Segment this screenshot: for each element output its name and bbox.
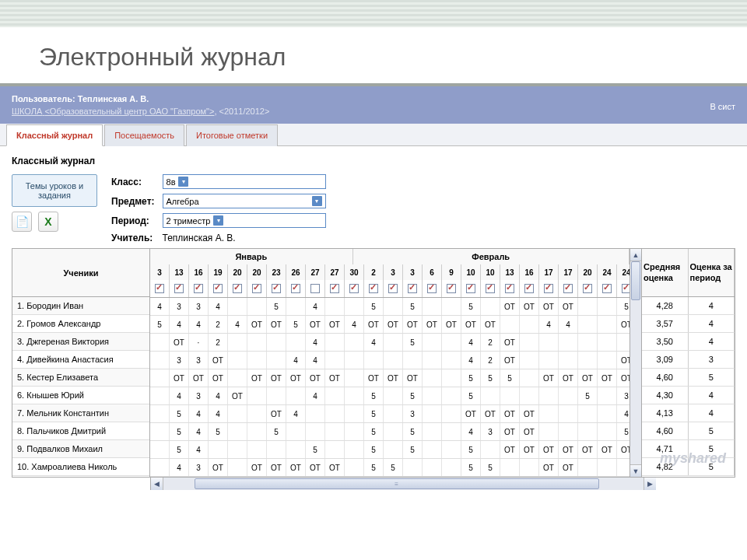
grade-cell[interactable]: 3 (170, 352, 189, 369)
scroll-thumb[interactable] (631, 261, 640, 300)
grade-cell[interactable]: 5 (286, 316, 306, 333)
grade-cell[interactable] (150, 334, 170, 351)
grade-cell[interactable] (559, 423, 578, 440)
grade-cell[interactable] (325, 352, 345, 369)
grade-cell[interactable] (500, 387, 520, 404)
grade-cell[interactable]: 4 (209, 298, 228, 315)
grade-cell[interactable]: 5 (364, 405, 384, 422)
grade-cell[interactable] (423, 352, 442, 369)
grade-cell[interactable] (384, 423, 403, 440)
tab-journal[interactable]: Классный журнал (6, 124, 103, 146)
grade-cell[interactable]: 4 (170, 459, 189, 476)
date-checkbox[interactable] (500, 280, 520, 297)
grade-cell[interactable]: 4 (306, 387, 325, 404)
grade-cell[interactable] (598, 316, 617, 333)
grade-cell[interactable] (442, 423, 461, 440)
grade-cell[interactable]: ОТ (500, 352, 520, 369)
grade-cell[interactable]: 5 (364, 298, 384, 315)
grade-cell[interactable] (423, 405, 442, 422)
grade-cell[interactable] (442, 441, 461, 458)
grade-cell[interactable]: 3 (189, 352, 209, 369)
grade-cell[interactable]: ОТ (325, 316, 345, 333)
date-checkbox[interactable] (150, 280, 170, 297)
date-header[interactable]: 9 (442, 264, 461, 280)
date-checkbox[interactable] (384, 280, 403, 297)
grade-cell[interactable] (598, 298, 617, 315)
grade-cell[interactable]: 3 (481, 423, 500, 440)
grade-cell[interactable] (286, 298, 306, 315)
grade-cell[interactable]: ОТ (617, 352, 630, 369)
grade-cell[interactable]: ОТ (598, 369, 617, 387)
grade-cell[interactable] (617, 459, 630, 476)
excel-export-icon[interactable]: X (38, 212, 58, 232)
scroll-left-arrow-icon[interactable]: ◀ (151, 478, 163, 490)
grade-cell[interactable]: 4 (150, 298, 170, 315)
grade-cell[interactable] (598, 405, 617, 422)
grade-cell[interactable]: 5 (150, 316, 170, 333)
grade-cell[interactable] (247, 334, 267, 351)
grade-cell[interactable] (247, 423, 267, 440)
date-checkbox[interactable] (559, 280, 578, 297)
grade-cell[interactable] (247, 441, 267, 458)
scroll-up-arrow-icon[interactable]: ▲ (630, 249, 641, 261)
grade-cell[interactable] (500, 459, 520, 476)
grade-cell[interactable] (481, 298, 500, 315)
grade-cell[interactable] (423, 334, 442, 351)
grade-cell[interactable]: 5 (617, 298, 630, 315)
grade-cell[interactable]: 4 (461, 352, 481, 369)
grade-cell[interactable] (228, 334, 247, 351)
grade-cell[interactable]: ОТ (403, 369, 423, 387)
grade-cell[interactable]: ОТ (598, 441, 617, 458)
grade-cell[interactable]: 4 (461, 334, 481, 351)
grade-cell[interactable] (345, 334, 364, 351)
scroll-thumb-horizontal[interactable]: ≡ (195, 478, 599, 489)
grade-cell[interactable] (247, 405, 267, 422)
grade-cell[interactable]: 5 (364, 387, 384, 404)
grade-cell[interactable] (539, 423, 559, 440)
date-checkbox[interactable] (325, 280, 345, 297)
grade-cell[interactable]: ОТ (209, 369, 228, 387)
grade-cell[interactable] (286, 334, 306, 351)
grade-cell[interactable] (228, 298, 247, 315)
student-row[interactable]: 4. Дивейкина Анастасия (12, 351, 149, 369)
grade-cell[interactable] (345, 405, 364, 422)
date-checkbox[interactable] (170, 280, 189, 297)
grade-cell[interactable]: ОТ (209, 459, 228, 476)
grade-cell[interactable]: 3 (189, 298, 209, 315)
date-checkbox[interactable] (539, 280, 559, 297)
grade-cell[interactable] (267, 334, 286, 351)
grade-cell[interactable]: ОТ (539, 459, 559, 476)
grade-cell[interactable]: 5 (403, 334, 423, 351)
date-header[interactable]: 17 (539, 264, 559, 280)
grade-cell[interactable]: ОТ (559, 369, 578, 387)
grade-cell[interactable] (345, 387, 364, 404)
grade-cell[interactable]: 5 (267, 298, 286, 315)
date-checkbox[interactable] (209, 280, 228, 297)
grade-cell[interactable] (150, 441, 170, 458)
grade-cell[interactable] (481, 441, 500, 458)
grade-cell[interactable]: 5 (364, 441, 384, 458)
grade-cell[interactable]: 4 (345, 316, 364, 333)
grade-cell[interactable] (325, 334, 345, 351)
grade-cell[interactable] (306, 423, 325, 440)
grade-cell[interactable] (442, 369, 461, 387)
grade-cell[interactable] (578, 334, 598, 351)
student-row[interactable]: 9. Подвалков Михаил (12, 440, 149, 458)
grade-cell[interactable]: 4 (306, 334, 325, 351)
student-row[interactable]: 8. Пальчиков Дмитрий (12, 422, 149, 440)
date-checkbox[interactable] (423, 280, 442, 297)
grade-cell[interactable]: ОТ (286, 459, 306, 476)
grade-cell[interactable] (150, 369, 170, 387)
grade-cell[interactable]: ОТ (267, 316, 286, 333)
vertical-scrollbar[interactable]: ▲ ▼ (630, 248, 642, 478)
date-header[interactable]: 20 (228, 264, 247, 280)
grade-cell[interactable] (228, 352, 247, 369)
grade-cell[interactable]: 4 (306, 352, 325, 369)
grade-cell[interactable]: 5 (481, 459, 500, 476)
date-checkbox[interactable] (481, 280, 500, 297)
date-header[interactable]: 26 (286, 264, 306, 280)
date-header[interactable]: 10 (481, 264, 500, 280)
grade-cell[interactable]: 4 (539, 316, 559, 333)
date-checkbox[interactable] (364, 280, 384, 297)
print-icon[interactable]: 📄 (12, 212, 32, 232)
